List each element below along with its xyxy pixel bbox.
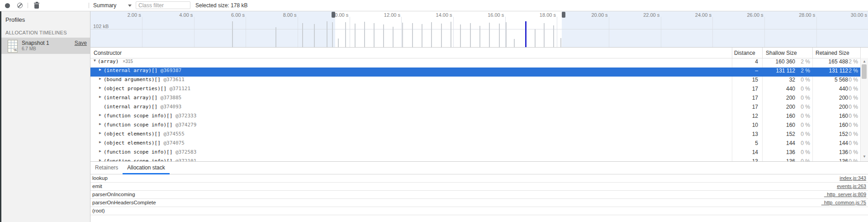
allocation-timeline-overview[interactable]: 2.00 s4.00 s6.00 s8.00 s10.00 s12.00 s14… — [90, 11, 868, 48]
table-row[interactable]: ▶(object properties)[] @371121174400 %44… — [90, 86, 868, 95]
timeline-bar — [412, 23, 413, 47]
timeline-bar — [383, 24, 384, 47]
table-row[interactable]: ▶(bound arguments)[] @37361115320 %5 568… — [90, 77, 868, 86]
stack-frame-row[interactable]: parserOnHeadersComplete_http_common.js:7… — [90, 199, 868, 207]
cell-retp: 0 % — [844, 149, 858, 155]
timeline-bar — [499, 24, 500, 47]
selection-handle-left[interactable] — [332, 12, 335, 18]
constructor-name: (array)×315 — [98, 58, 133, 64]
stack-frame-row[interactable]: parserOnIncoming_http_server.js:809 — [90, 191, 868, 199]
expand-arrow-icon[interactable]: ▶ — [99, 131, 101, 135]
column-header-retained-size[interactable]: Retained Size — [816, 48, 849, 58]
cell-shal: 160 360 — [763, 58, 795, 65]
timeline-bar — [355, 24, 356, 47]
stack-frame-name: lookup — [92, 175, 108, 181]
timeline-bar — [460, 24, 461, 47]
tab-allocation-stack[interactable]: Allocation stack — [123, 162, 169, 174]
timeline-bar — [431, 22, 432, 47]
cell-dist: 17 — [732, 95, 758, 101]
cell-ret: 165 488 — [813, 58, 848, 65]
scroll-down-arrow-icon[interactable]: ▼ — [861, 154, 868, 159]
cell-shal: 160 — [763, 122, 795, 128]
cell-shal: 440 — [763, 86, 795, 92]
cell-retp: 0 % — [844, 77, 858, 83]
timeline-bar — [332, 22, 333, 47]
collapse-arrow-icon[interactable]: ▼ — [94, 58, 96, 63]
cell-retp: 0 % — [844, 113, 858, 119]
selection-handle-right[interactable] — [562, 12, 565, 18]
ruler-gridline — [142, 17, 142, 47]
class-filter-input[interactable] — [136, 1, 190, 9]
heap-snapshot-icon: % — [8, 40, 18, 53]
table-row[interactable]: (internal array)[] @374093172000 %2000 % — [90, 104, 868, 113]
timeline-bar — [560, 38, 561, 47]
perspective-select[interactable]: Summary — [93, 0, 124, 11]
expand-arrow-icon[interactable]: ▶ — [99, 113, 101, 117]
ruler-tick-label: 6.00 s — [218, 12, 245, 18]
cell-dist: 17 — [732, 104, 758, 110]
delete-profile-icon[interactable] — [34, 2, 39, 9]
toolbar: Summary Selected size: 178 kB — [0, 0, 868, 11]
table-row[interactable]: ▶(internal array)[] @369387–131 1122 %13… — [90, 68, 868, 77]
cell-dist: 5 — [732, 140, 758, 146]
source-location-link[interactable]: index.js:343 — [840, 174, 866, 182]
source-location-link[interactable]: _http_server.js:809 — [824, 191, 866, 198]
ruler-gridline — [609, 17, 609, 47]
timeline-bar — [451, 22, 451, 47]
table-row[interactable]: ▶(function scope info)[] @372333121600 %… — [90, 113, 868, 122]
source-location-link[interactable]: events.js:263 — [837, 183, 866, 190]
cell-ret: 200 — [813, 95, 848, 101]
table-row[interactable]: ▶(function scope info)[] @374279101600 %… — [90, 122, 868, 131]
expand-arrow-icon[interactable]: ▶ — [99, 77, 101, 81]
stack-frame-row[interactable]: (root) — [90, 207, 868, 215]
record-heap-profile-button[interactable] — [5, 3, 10, 8]
constructor-name: (object properties)[] @371121 — [104, 86, 190, 92]
expand-arrow-icon[interactable]: ▶ — [99, 158, 101, 161]
stack-frame-row[interactable]: lookupindex.js:343 — [90, 174, 868, 183]
source-location-link[interactable]: _http_common.js:75 — [821, 199, 866, 207]
expand-arrow-icon[interactable]: ▶ — [99, 86, 101, 90]
vertical-scrollbar[interactable]: ▲ ▼ — [860, 58, 868, 161]
constructor-name: (internal array)[] @369387 — [104, 68, 181, 73]
scroll-up-arrow-icon[interactable]: ▲ — [861, 59, 868, 63]
clear-profiles-icon[interactable] — [17, 3, 23, 8]
sidebar-item-snapshot-1[interactable]: % Snapshot 1 6.7 MB Save — [1, 38, 90, 54]
expand-arrow-icon[interactable]: ▶ — [99, 122, 101, 126]
column-header-distance[interactable]: Distance — [734, 48, 755, 58]
perspective-select-value: Summary — [93, 2, 116, 9]
save-link[interactable]: Save — [75, 40, 87, 46]
expand-arrow-icon[interactable]: ▶ — [99, 140, 101, 144]
timeline-bar-selected-allocation — [525, 21, 526, 47]
table-row[interactable]: ▶(internal array)[] @373885172000 %2000 … — [90, 95, 868, 104]
tab-retainers[interactable]: Retainers — [90, 162, 123, 174]
timeline-bar — [402, 23, 403, 47]
cell-shalp: 0 % — [796, 149, 810, 155]
scrollbar-thumb[interactable] — [862, 64, 867, 79]
timeline-bar — [489, 23, 490, 47]
cell-ret: 200 — [813, 104, 848, 110]
cell-ret: 136 — [813, 149, 848, 155]
table-row[interactable]: ▶(object elements)[] @37407551440 %1440 … — [90, 140, 868, 149]
profiles-label[interactable]: Profiles — [5, 16, 25, 23]
stack-frame-name: parserOnHeadersComplete — [92, 200, 156, 205]
table-row[interactable]: ▼(array)×3154160 3602 %165 4882 % — [90, 58, 868, 68]
cell-retp: 0 % — [844, 122, 858, 128]
column-header-shallow-size[interactable]: Shallow Size — [766, 48, 797, 58]
cell-shalp: 0 % — [796, 131, 810, 137]
expand-arrow-icon[interactable]: ▶ — [99, 95, 101, 99]
chevron-down-icon — [128, 5, 132, 7]
ruler-tick-label: 22.00 s — [632, 12, 659, 18]
table-row[interactable]: ▶(function scope info)[] @372101131360 %… — [90, 158, 868, 161]
expand-arrow-icon[interactable]: ▶ — [99, 68, 101, 72]
timeline-bar — [506, 22, 507, 47]
cell-retp: 0 % — [844, 104, 858, 110]
table-row[interactable]: ▶(function scope info)[] @372583141360 %… — [90, 149, 868, 158]
stack-frame-row[interactable]: emitevents.js:263 — [90, 183, 868, 191]
constructor-name: (bound arguments)[] @373611 — [104, 77, 185, 82]
table-row[interactable]: ▶(object elements)[] @374555131520 %1520… — [90, 131, 868, 140]
column-header-constructor[interactable]: Constructor — [94, 48, 122, 58]
timeline-bar — [374, 23, 375, 47]
constructor-name: (object elements)[] @374555 — [104, 131, 185, 137]
cell-ret: 160 — [813, 122, 848, 128]
expand-arrow-icon[interactable]: ▶ — [99, 149, 101, 153]
